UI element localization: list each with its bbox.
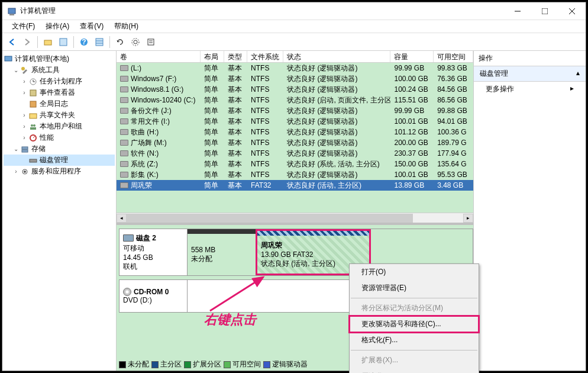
volume-layout: 简单	[201, 127, 224, 137]
scroll-thumb[interactable]	[127, 214, 413, 223]
navigation-tree[interactable]: 计算机管理(本地) ⌄ 系统工具 › 任务计划程序 › 事件查看器 全局日志	[2, 51, 117, 371]
scroll-track[interactable]	[127, 214, 463, 223]
maximize-button[interactable]	[531, 2, 558, 20]
tree-local-users[interactable]: › 本地用户和组	[4, 121, 115, 132]
close-button[interactable]	[558, 2, 586, 20]
collapse-icon[interactable]: ▴	[576, 69, 580, 79]
expand-icon[interactable]: ›	[12, 168, 20, 175]
volume-status: 状态良好 (逻辑驱动器)	[283, 138, 390, 148]
volume-row[interactable]: 系统 (Z:)简单基本NTFS状态良好 (系统, 活动, 主分区)150.00 …	[117, 159, 473, 169]
volume-capacity: 230.37 GB	[390, 149, 434, 157]
volume-name: (L:)	[131, 64, 141, 72]
help-icon[interactable]: ?	[77, 35, 91, 49]
expand-icon[interactable]: ›	[20, 123, 28, 130]
volume-capacity: 13.89 GB	[390, 181, 434, 189]
disk-title: 磁盘 2	[136, 233, 156, 243]
svg-point-14	[132, 38, 139, 46]
volume-row[interactable]: 周巩荣简单基本FAT32状态良好 (活动, 主分区)13.89 GB3.48 G…	[117, 180, 473, 191]
expand-icon[interactable]: ›	[20, 78, 28, 85]
cdrom-info[interactable]: CD-ROM 0 DVD (D:)	[119, 279, 188, 313]
volume-icon	[120, 118, 128, 124]
expand-icon[interactable]: ›	[20, 89, 28, 96]
volume-row[interactable]: 软件 (N:)简单基本NTFS状态良好 (逻辑驱动器)230.37 GB177.…	[117, 148, 473, 159]
collapse-icon[interactable]: ⌄	[12, 146, 20, 152]
col-filesystem[interactable]: 文件系统	[247, 51, 283, 62]
settings-icon[interactable]	[128, 35, 143, 49]
volume-row[interactable]: Windows8.1 (G:)简单基本NTFS状态良好 (逻辑驱动器)100.2…	[117, 84, 473, 95]
actions-more[interactable]: 更多操作 ▸	[474, 82, 586, 97]
tree-disk-management[interactable]: 磁盘管理	[4, 155, 115, 166]
expand-icon[interactable]: ›	[20, 134, 28, 141]
back-button[interactable]	[5, 35, 19, 49]
tree-shared-folders[interactable]: › 共享文件夹	[4, 110, 115, 121]
horizontal-scrollbar[interactable]: ◂ ▸	[117, 213, 473, 223]
volume-fs: NTFS	[247, 75, 283, 83]
cm-shrink[interactable]: 压缩卷(H)...	[350, 368, 479, 373]
cm-format[interactable]: 格式化(F)...	[350, 332, 479, 348]
legend: 未分配 主分区 扩展分区 可用空间 逻辑驱动器	[119, 359, 308, 369]
minimize-button[interactable]	[504, 2, 531, 20]
volume-row[interactable]: Windows-10240 (C:)简单基本NTFS状态良好 (启动, 页面文件…	[117, 95, 473, 105]
menu-view[interactable]: 查看(V)	[75, 20, 108, 33]
tree-global-log[interactable]: 全局日志	[4, 98, 115, 110]
volume-name: 广场舞 (M:)	[131, 138, 167, 148]
partition-unallocated[interactable]: 558 MB 未分配	[188, 229, 256, 275]
volume-type: 基本	[224, 117, 247, 127]
expand-icon[interactable]: ›	[20, 112, 28, 118]
col-capacity[interactable]: 容量	[390, 51, 434, 62]
cm-change-drive-letter[interactable]: 更改驱动器号和路径(C)...	[350, 316, 479, 332]
volume-layout: 简单	[201, 170, 224, 180]
folder-up-icon[interactable]	[41, 35, 55, 49]
scroll-left-button[interactable]: ◂	[117, 214, 127, 223]
volume-free: 3.48 GB	[434, 181, 473, 189]
cm-separator	[351, 350, 477, 351]
scroll-right-button[interactable]: ▸	[463, 214, 473, 223]
cm-mark-active[interactable]: 将分区标记为活动分区(M)	[350, 300, 479, 316]
performance-icon	[28, 133, 38, 143]
properties-icon[interactable]	[144, 35, 158, 49]
menu-action[interactable]: 操作(A)	[41, 20, 74, 33]
col-type[interactable]: 类型	[224, 51, 247, 62]
volume-free: 95.53 GB	[434, 171, 473, 179]
tree-event-viewer[interactable]: › 事件查看器	[4, 87, 115, 98]
volume-row[interactable]: 广场舞 (M:)简单基本NTFS状态良好 (逻辑驱动器)200.00 GB189…	[117, 137, 473, 148]
col-free[interactable]: 可用空间	[434, 51, 473, 62]
folder-icon	[28, 111, 38, 120]
tree-storage[interactable]: ⌄ 存储	[4, 143, 115, 155]
col-volume[interactable]: 卷	[117, 51, 201, 62]
collapse-icon[interactable]: ⌄	[12, 67, 20, 73]
cd-icon	[123, 288, 131, 296]
volume-icon	[120, 172, 128, 178]
list-view-icon[interactable]	[92, 35, 106, 49]
volume-row[interactable]: 影集 (K:)简单基本NTFS状态良好 (逻辑驱动器)100.01 GB95.5…	[117, 169, 473, 180]
volume-type: 基本	[224, 159, 247, 169]
volume-status: 状态良好 (逻辑驱动器)	[283, 85, 390, 95]
actions-section-disk-mgmt[interactable]: 磁盘管理 ▴	[474, 66, 586, 82]
cm-extend[interactable]: 扩展卷(X)...	[350, 352, 479, 368]
refresh-icon[interactable]	[113, 35, 127, 49]
col-layout[interactable]: 布局	[201, 51, 224, 62]
tree-services-apps[interactable]: › 服务和应用程序	[4, 166, 115, 177]
tree-task-scheduler[interactable]: › 任务计划程序	[4, 76, 115, 87]
menu-help[interactable]: 帮助(H)	[109, 20, 143, 33]
cm-explorer[interactable]: 资源管理器(E)	[350, 280, 479, 296]
window-controls	[504, 2, 586, 20]
tree-root[interactable]: 计算机管理(本地)	[4, 53, 115, 65]
cm-open[interactable]: 打开(O)	[350, 264, 479, 280]
forward-button[interactable]	[20, 35, 34, 49]
volume-row[interactable]: 常用文件 (I:)简单基本NTFS状态良好 (逻辑驱动器)100.01 GB94…	[117, 116, 473, 127]
col-status[interactable]: 状态	[283, 51, 390, 62]
volume-row[interactable]: 备份文件 (J:)简单基本NTFS状态良好 (逻辑驱动器)99.99 GB99.…	[117, 105, 473, 116]
tree-system-tools[interactable]: ⌄ 系统工具	[4, 65, 115, 76]
menu-file[interactable]: 文件(F)	[7, 20, 40, 33]
disk-2-info[interactable]: 磁盘 2 可移动 14.45 GB 联机	[119, 229, 188, 276]
tree-performance[interactable]: › 性能	[4, 132, 115, 143]
annotation-arrow	[204, 272, 269, 314]
volumes-list[interactable]: (L:)简单基本NTFS状态良好 (逻辑驱动器)99.99 GB99.83 GB…	[117, 63, 473, 223]
volume-capacity: 100.01 GB	[390, 117, 434, 126]
volume-row[interactable]: Windows7 (F:)简单基本NTFS状态良好 (逻辑驱动器)100.00 …	[117, 73, 473, 84]
volume-row[interactable]: 歌曲 (H:)简单基本NTFS状态良好 (逻辑驱动器)101.12 GB100.…	[117, 127, 473, 137]
volume-type: 基本	[224, 170, 247, 180]
volume-row[interactable]: (L:)简单基本NTFS状态良好 (逻辑驱动器)99.99 GB99.83 GB	[117, 63, 473, 73]
view-options-icon[interactable]	[56, 35, 70, 49]
